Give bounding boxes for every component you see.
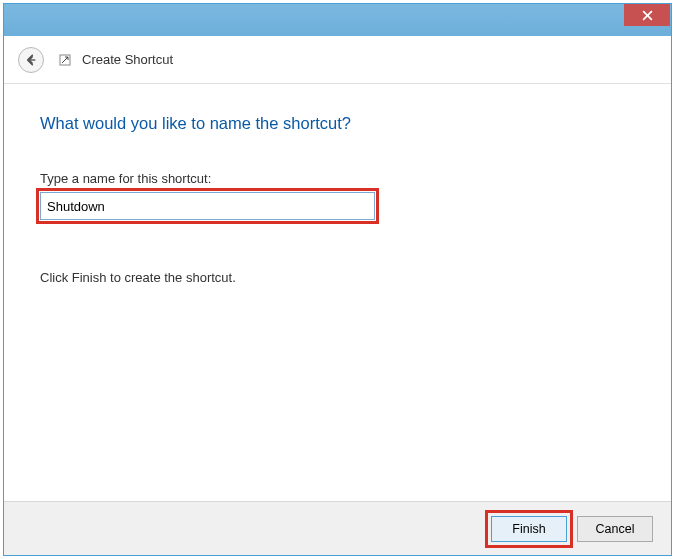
finish-button[interactable]: Finish xyxy=(491,516,567,542)
shortcut-name-label: Type a name for this shortcut: xyxy=(40,171,635,186)
finish-button-wrap: Finish xyxy=(491,516,567,542)
instruction-text: Click Finish to create the shortcut. xyxy=(40,270,635,285)
back-arrow-icon xyxy=(24,53,38,67)
header-title: Create Shortcut xyxy=(82,52,173,67)
dialog-window: Create Shortcut What would you like to n… xyxy=(3,3,672,556)
titlebar xyxy=(4,4,671,36)
cancel-button-label: Cancel xyxy=(596,522,635,536)
header-bar: Create Shortcut xyxy=(4,36,671,84)
finish-button-label: Finish xyxy=(512,522,545,536)
shortcut-name-input[interactable] xyxy=(40,192,375,220)
page-heading: What would you like to name the shortcut… xyxy=(40,114,635,133)
cancel-button[interactable]: Cancel xyxy=(577,516,653,542)
footer-bar: Finish Cancel xyxy=(4,501,671,555)
back-button[interactable] xyxy=(18,47,44,73)
input-container xyxy=(40,192,375,220)
shortcut-icon xyxy=(58,53,72,67)
close-button[interactable] xyxy=(624,4,670,26)
close-icon xyxy=(642,10,653,21)
content-area: What would you like to name the shortcut… xyxy=(4,84,671,501)
